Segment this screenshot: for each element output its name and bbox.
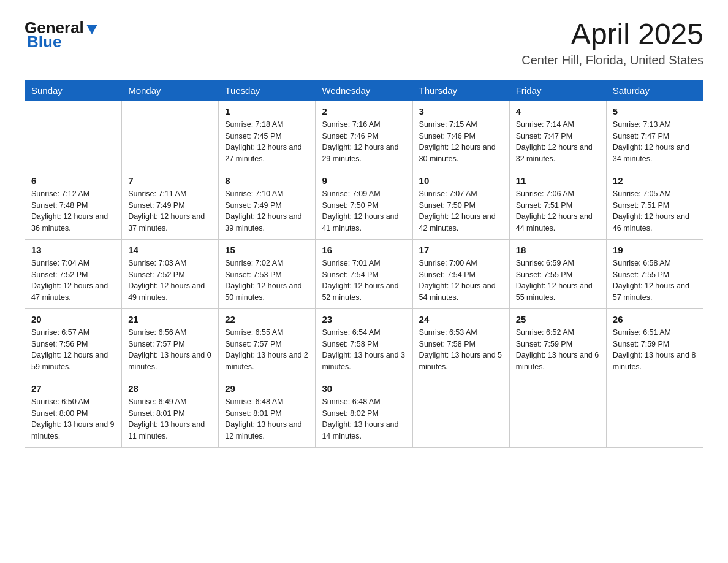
cell-day-number: 11 <box>516 175 600 186</box>
cell-sun-info: Sunrise: 6:56 AMSunset: 7:57 PMDaylight:… <box>128 327 212 373</box>
cell-day-number: 16 <box>322 245 406 255</box>
calendar-cell <box>25 101 122 170</box>
cell-day-number: 19 <box>613 245 697 255</box>
calendar-cell <box>412 378 509 447</box>
cell-sun-info: Sunrise: 7:18 AMSunset: 7:45 PMDaylight:… <box>225 119 309 165</box>
cell-sun-info: Sunrise: 7:11 AMSunset: 7:49 PMDaylight:… <box>128 188 212 234</box>
cell-sun-info: Sunrise: 7:15 AMSunset: 7:46 PMDaylight:… <box>419 119 503 165</box>
cell-sun-info: Sunrise: 7:07 AMSunset: 7:50 PMDaylight:… <box>419 188 503 234</box>
cell-day-number: 7 <box>128 175 212 186</box>
calendar-cell: 17Sunrise: 7:00 AMSunset: 7:54 PMDayligh… <box>412 239 509 308</box>
cell-day-number: 18 <box>516 245 600 255</box>
calendar-cell: 9Sunrise: 7:09 AMSunset: 7:50 PMDaylight… <box>316 170 412 239</box>
calendar-cell: 19Sunrise: 6:58 AMSunset: 7:55 PMDayligh… <box>606 239 703 308</box>
calendar-cell: 2Sunrise: 7:16 AMSunset: 7:46 PMDaylight… <box>316 101 412 170</box>
page-header: General Blue April 2025 Center Hill, Flo… <box>25 18 703 67</box>
cell-sun-info: Sunrise: 6:59 AMSunset: 7:55 PMDaylight:… <box>516 258 600 304</box>
cell-day-number: 30 <box>322 383 406 394</box>
weekday-header-saturday: Saturday <box>606 80 703 101</box>
cell-sun-info: Sunrise: 6:57 AMSunset: 7:56 PMDaylight:… <box>31 327 115 373</box>
calendar-cell <box>122 101 219 170</box>
calendar-week-row: 6Sunrise: 7:12 AMSunset: 7:48 PMDaylight… <box>25 170 703 239</box>
cell-day-number: 3 <box>419 106 503 117</box>
cell-sun-info: Sunrise: 6:50 AMSunset: 8:00 PMDaylight:… <box>31 396 115 442</box>
cell-sun-info: Sunrise: 7:14 AMSunset: 7:47 PMDaylight:… <box>516 119 600 165</box>
logo: General Blue <box>25 18 99 52</box>
calendar-cell: 20Sunrise: 6:57 AMSunset: 7:56 PMDayligh… <box>25 308 122 378</box>
cell-sun-info: Sunrise: 6:48 AMSunset: 8:02 PMDaylight:… <box>322 396 406 442</box>
logo-block: General Blue <box>25 18 99 52</box>
calendar-cell: 12Sunrise: 7:05 AMSunset: 7:51 PMDayligh… <box>606 170 703 239</box>
cell-day-number: 6 <box>31 175 115 186</box>
calendar-cell: 1Sunrise: 7:18 AMSunset: 7:45 PMDaylight… <box>219 101 316 170</box>
location-title: Center Hill, Florida, United States <box>521 53 703 67</box>
calendar-cell: 16Sunrise: 7:01 AMSunset: 7:54 PMDayligh… <box>316 239 412 308</box>
calendar-week-row: 13Sunrise: 7:04 AMSunset: 7:52 PMDayligh… <box>25 239 703 308</box>
weekday-header-row: SundayMondayTuesdayWednesdayThursdayFrid… <box>25 80 703 101</box>
calendar-cell: 23Sunrise: 6:54 AMSunset: 7:58 PMDayligh… <box>316 308 412 378</box>
cell-day-number: 8 <box>225 175 309 186</box>
cell-sun-info: Sunrise: 7:02 AMSunset: 7:53 PMDaylight:… <box>225 258 309 304</box>
calendar-cell: 3Sunrise: 7:15 AMSunset: 7:46 PMDaylight… <box>412 101 509 170</box>
weekday-header-thursday: Thursday <box>412 80 509 101</box>
calendar-cell: 14Sunrise: 7:03 AMSunset: 7:52 PMDayligh… <box>122 239 219 308</box>
weekday-header-monday: Monday <box>122 80 219 101</box>
cell-day-number: 23 <box>322 314 406 324</box>
cell-sun-info: Sunrise: 6:48 AMSunset: 8:01 PMDaylight:… <box>225 396 309 442</box>
cell-sun-info: Sunrise: 7:12 AMSunset: 7:48 PMDaylight:… <box>31 188 115 234</box>
calendar-cell: 25Sunrise: 6:52 AMSunset: 7:59 PMDayligh… <box>509 308 606 378</box>
cell-sun-info: Sunrise: 6:55 AMSunset: 7:57 PMDaylight:… <box>225 327 309 373</box>
cell-sun-info: Sunrise: 6:49 AMSunset: 8:01 PMDaylight:… <box>128 396 212 442</box>
cell-day-number: 1 <box>225 106 309 117</box>
cell-day-number: 15 <box>225 245 309 255</box>
calendar-cell: 24Sunrise: 6:53 AMSunset: 7:58 PMDayligh… <box>412 308 509 378</box>
cell-sun-info: Sunrise: 6:51 AMSunset: 7:59 PMDaylight:… <box>613 327 697 373</box>
calendar-cell: 27Sunrise: 6:50 AMSunset: 8:00 PMDayligh… <box>25 378 122 447</box>
cell-sun-info: Sunrise: 7:13 AMSunset: 7:47 PMDaylight:… <box>613 119 697 165</box>
weekday-header-friday: Friday <box>509 80 606 101</box>
cell-sun-info: Sunrise: 7:06 AMSunset: 7:51 PMDaylight:… <box>516 188 600 234</box>
cell-sun-info: Sunrise: 7:09 AMSunset: 7:50 PMDaylight:… <box>322 188 406 234</box>
cell-sun-info: Sunrise: 6:52 AMSunset: 7:59 PMDaylight:… <box>516 327 600 373</box>
cell-sun-info: Sunrise: 7:10 AMSunset: 7:49 PMDaylight:… <box>225 188 309 234</box>
cell-sun-info: Sunrise: 6:58 AMSunset: 7:55 PMDaylight:… <box>613 258 697 304</box>
calendar-week-row: 27Sunrise: 6:50 AMSunset: 8:00 PMDayligh… <box>25 378 703 447</box>
calendar-week-row: 1Sunrise: 7:18 AMSunset: 7:45 PMDaylight… <box>25 101 703 170</box>
cell-day-number: 12 <box>613 175 697 186</box>
weekday-header-sunday: Sunday <box>25 80 122 101</box>
cell-sun-info: Sunrise: 7:01 AMSunset: 7:54 PMDaylight:… <box>322 258 406 304</box>
cell-day-number: 22 <box>225 314 309 324</box>
calendar-cell: 30Sunrise: 6:48 AMSunset: 8:02 PMDayligh… <box>316 378 412 447</box>
calendar-cell: 18Sunrise: 6:59 AMSunset: 7:55 PMDayligh… <box>509 239 606 308</box>
logo-blue-text: Blue <box>27 33 61 52</box>
cell-day-number: 27 <box>31 383 115 394</box>
calendar-cell: 7Sunrise: 7:11 AMSunset: 7:49 PMDaylight… <box>122 170 219 239</box>
calendar-cell: 26Sunrise: 6:51 AMSunset: 7:59 PMDayligh… <box>606 308 703 378</box>
cell-day-number: 29 <box>225 383 309 394</box>
cell-day-number: 24 <box>419 314 503 324</box>
calendar-table: SundayMondayTuesdayWednesdayThursdayFrid… <box>25 80 703 448</box>
calendar-cell: 5Sunrise: 7:13 AMSunset: 7:47 PMDaylight… <box>606 101 703 170</box>
calendar-cell: 8Sunrise: 7:10 AMSunset: 7:49 PMDaylight… <box>219 170 316 239</box>
weekday-header-tuesday: Tuesday <box>219 80 316 101</box>
cell-sun-info: Sunrise: 7:03 AMSunset: 7:52 PMDaylight:… <box>128 258 212 304</box>
calendar-cell: 10Sunrise: 7:07 AMSunset: 7:50 PMDayligh… <box>412 170 509 239</box>
logo-triangle-icon <box>85 22 99 36</box>
calendar-cell <box>606 378 703 447</box>
cell-day-number: 21 <box>128 314 212 324</box>
cell-day-number: 10 <box>419 175 503 186</box>
cell-day-number: 13 <box>31 245 115 255</box>
cell-sun-info: Sunrise: 6:53 AMSunset: 7:58 PMDaylight:… <box>419 327 503 373</box>
cell-day-number: 5 <box>613 106 697 117</box>
calendar-cell: 29Sunrise: 6:48 AMSunset: 8:01 PMDayligh… <box>219 378 316 447</box>
calendar-cell <box>509 378 606 447</box>
calendar-cell: 11Sunrise: 7:06 AMSunset: 7:51 PMDayligh… <box>509 170 606 239</box>
calendar-cell: 22Sunrise: 6:55 AMSunset: 7:57 PMDayligh… <box>219 308 316 378</box>
title-section: April 2025 Center Hill, Florida, United … <box>521 18 703 67</box>
cell-sun-info: Sunrise: 7:00 AMSunset: 7:54 PMDaylight:… <box>419 258 503 304</box>
cell-day-number: 25 <box>516 314 600 324</box>
calendar-week-row: 20Sunrise: 6:57 AMSunset: 7:56 PMDayligh… <box>25 308 703 378</box>
weekday-header-wednesday: Wednesday <box>316 80 412 101</box>
cell-day-number: 17 <box>419 245 503 255</box>
cell-sun-info: Sunrise: 7:16 AMSunset: 7:46 PMDaylight:… <box>322 119 406 165</box>
